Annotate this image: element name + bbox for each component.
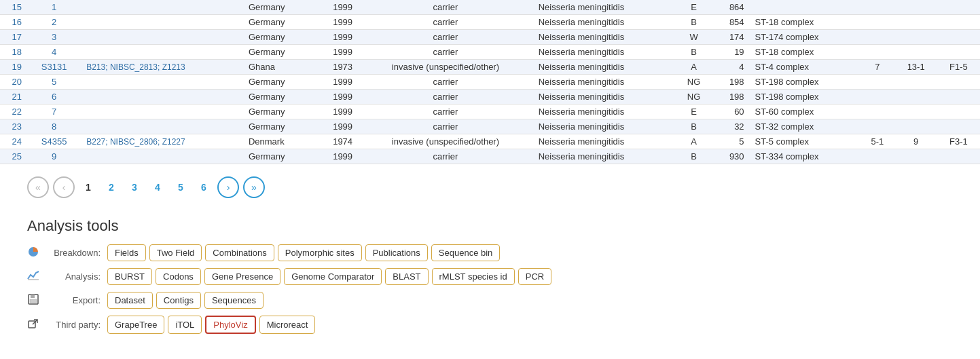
table-cell [860, 105, 894, 119]
table-cell [937, 0, 980, 15]
table-cell[interactable]: 5 [27, 75, 81, 90]
table-cell [937, 45, 980, 60]
table-row: 162Germany1999carrierNeisseria meningiti… [0, 15, 980, 30]
table-cell[interactable]: 22 [0, 105, 27, 119]
third-party-button[interactable]: iTOL [168, 316, 202, 334]
breakdown-button[interactable]: Fields [107, 244, 146, 261]
table-cell: 1974 [313, 134, 358, 149]
analysis-button[interactable]: Genome Comparator [284, 268, 382, 285]
table-cell: B [676, 15, 711, 30]
breakdown-button[interactable]: Polymorphic sites [278, 244, 362, 261]
first-page-button[interactable]: « [27, 176, 49, 198]
table-cell [937, 15, 980, 30]
table-cell[interactable]: 19 [0, 60, 27, 75]
page-6[interactable]: 6 [194, 178, 213, 197]
breakdown-button[interactable]: Combinations [205, 244, 274, 261]
table-cell [860, 75, 894, 90]
page-4[interactable]: 4 [148, 178, 167, 197]
third-party-button[interactable]: Microreact [259, 316, 316, 334]
next-page-button[interactable]: › [217, 176, 239, 198]
analysis-button[interactable]: Gene Presence [204, 268, 280, 285]
table-cell: 1973 [313, 60, 358, 75]
prev-page-button[interactable]: ‹ [53, 176, 75, 198]
table-cell [860, 0, 894, 15]
pagination: « ‹ 1 2 3 4 5 6 › » [0, 164, 980, 210]
table-cell[interactable]: 15 [0, 0, 27, 15]
table-cell[interactable]: B213; NIBSC_2813; Z1213 [81, 60, 243, 75]
table-cell[interactable]: 1 [27, 0, 81, 15]
table-cell[interactable]: 25 [0, 149, 27, 164]
breakdown-button[interactable]: Publications [365, 244, 428, 261]
table-cell: carrier [358, 75, 533, 90]
table-cell: Ghana [243, 60, 313, 75]
table-cell[interactable]: S3131 [27, 60, 81, 75]
export-button[interactable]: Sequences [204, 292, 264, 309]
page-1[interactable]: 1 [79, 178, 98, 197]
analysis-button[interactable]: BLAST [385, 268, 428, 285]
table-cell [860, 119, 894, 134]
table-cell: 5-1 [860, 134, 894, 149]
last-page-button[interactable]: » [243, 176, 265, 198]
table-cell: carrier [358, 15, 533, 30]
table-cell: ST-4 complex [750, 60, 860, 75]
table-cell: Neisseria meningitidis [533, 45, 676, 60]
table-cell[interactable]: 21 [0, 90, 27, 105]
table-cell: W [676, 30, 711, 45]
table-cell[interactable]: 2 [27, 15, 81, 30]
table-cell: Germany [243, 105, 313, 119]
export-button[interactable]: Contigs [156, 292, 201, 309]
table-cell [81, 90, 243, 105]
breakdown-button[interactable]: Two Field [149, 244, 202, 261]
table-cell[interactable]: 18 [0, 45, 27, 60]
table-cell[interactable]: 23 [0, 119, 27, 134]
table-cell[interactable]: 8 [27, 119, 81, 134]
table-cell [937, 30, 980, 45]
analysis-tools-title: Analysis tools [27, 217, 953, 235]
page-2[interactable]: 2 [102, 178, 121, 197]
table-cell: Neisseria meningitidis [533, 60, 676, 75]
table-cell [750, 0, 860, 15]
table-cell [81, 45, 243, 60]
table-cell[interactable]: 7 [27, 105, 81, 119]
table-row: 238Germany1999carrierNeisseria meningiti… [0, 119, 980, 134]
data-table-section: 151Germany1999carrierNeisseria meningiti… [0, 0, 980, 164]
breakdown-button[interactable]: Sequence bin [431, 244, 501, 261]
table-cell[interactable]: 9 [27, 149, 81, 164]
table-cell: 174 [712, 30, 750, 45]
table-cell: Neisseria meningitidis [533, 0, 676, 15]
table-cell: Neisseria meningitidis [533, 119, 676, 134]
table-cell [895, 0, 937, 15]
page-3[interactable]: 3 [125, 178, 144, 197]
table-cell: 19 [712, 45, 750, 60]
third-party-button[interactable]: GrapeTree [107, 316, 164, 334]
table-cell: A [676, 60, 711, 75]
third-party-button[interactable]: PhyloViz [205, 316, 255, 334]
table-cell[interactable]: 6 [27, 90, 81, 105]
analysis-button[interactable]: PCR [518, 268, 551, 285]
analysis-icon [27, 269, 46, 284]
table-cell: Denmark [243, 134, 313, 149]
table-cell[interactable]: 3 [27, 30, 81, 45]
export-button[interactable]: Dataset [107, 292, 153, 309]
page-5[interactable]: 5 [171, 178, 190, 197]
table-cell[interactable]: 17 [0, 30, 27, 45]
table-cell[interactable]: B227; NIBSC_2806; Z1227 [81, 134, 243, 149]
table-cell: 198 [712, 75, 750, 90]
table-cell: 7 [860, 60, 894, 75]
table-cell[interactable]: 4 [27, 45, 81, 60]
table-cell[interactable]: 24 [0, 134, 27, 149]
table-cell: ST-174 complex [750, 30, 860, 45]
table-cell[interactable]: S4355 [27, 134, 81, 149]
analysis-button[interactable]: Codons [156, 268, 201, 285]
table-cell[interactable]: 20 [0, 75, 27, 90]
analysis-buttons: BURSTCodonsGene PresenceGenome Comparato… [107, 268, 551, 285]
table-cell [895, 75, 937, 90]
table-cell[interactable]: 16 [0, 15, 27, 30]
table-row: 173Germany1999carrierNeisseria meningiti… [0, 30, 980, 45]
table-cell: Germany [243, 75, 313, 90]
table-row: 259Germany1999carrierNeisseria meningiti… [0, 149, 980, 164]
table-cell: 1999 [313, 75, 358, 90]
analysis-button[interactable]: rMLST species id [432, 268, 515, 285]
analysis-button[interactable]: BURST [107, 268, 152, 285]
table-cell: 32 [712, 119, 750, 134]
